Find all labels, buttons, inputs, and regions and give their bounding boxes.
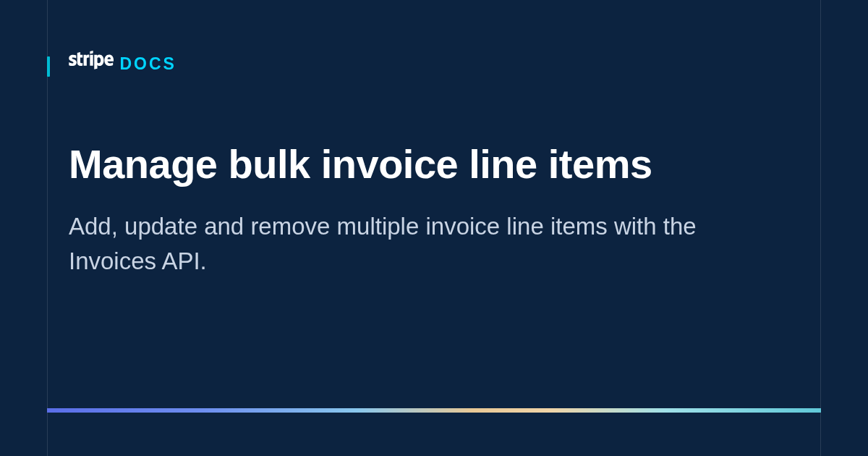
stripe-docs-logo: DOCS (69, 51, 176, 74)
content-area: DOCS Manage bulk invoice line items Add,… (0, 0, 868, 279)
page-title: Manage bulk invoice line items (69, 140, 799, 187)
stripe-wordmark-icon (69, 51, 114, 69)
gradient-divider (47, 408, 821, 413)
logo-block: DOCS (69, 51, 799, 74)
frame-border-right (820, 0, 821, 456)
logo-accent-bar (47, 56, 50, 77)
page-subtitle: Add, update and remove multiple invoice … (69, 209, 778, 279)
docs-label: DOCS (119, 54, 176, 74)
